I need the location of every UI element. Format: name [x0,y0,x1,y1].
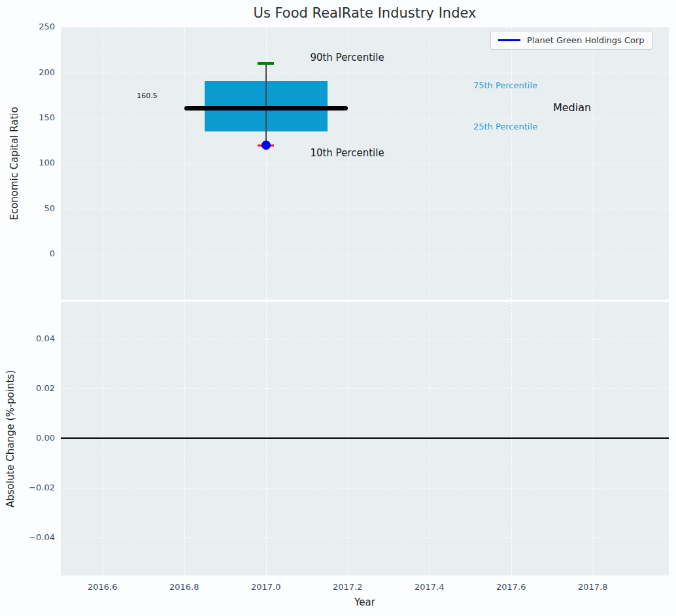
median-value-label: 160.5 [137,92,158,100]
legend-entry-label: Planet Green Holdings Corp [527,35,645,45]
gridline-vertical [348,302,348,575]
label-median: Median [553,101,591,114]
y-tick-label: 250 [0,21,55,33]
label-90th-percentile: 90th Percentile [310,52,384,63]
gridline-vertical [184,302,185,575]
x-tick-label: 2017.0 [251,582,281,592]
gridline-horizontal [61,538,669,538]
y-tick-label: 200 [0,67,55,78]
chart-title: Us Food RealRate Industry Index [254,5,477,21]
boxplot-90th-cap [258,62,274,65]
gridline-horizontal [61,339,669,339]
gridline-vertical [511,302,512,575]
y-tick-label: 50 [0,203,55,214]
gridline-horizontal [61,73,669,73]
boxplot-whisker-line [265,63,267,146]
gridline-horizontal [61,254,669,254]
y-tick-label: −0.04 [0,532,55,543]
y-tick-label: 100 [0,157,55,169]
label-25th-percentile: 25th Percentile [473,122,537,131]
gridline-vertical [593,302,594,575]
y-tick-label: 0.02 [0,383,55,394]
top-plot-area [61,27,669,299]
y-tick-label: 150 [0,112,55,124]
gridline-vertical [430,302,430,575]
gridline-horizontal [61,209,669,209]
boxplot-median-line [184,106,348,111]
bottom-plot-area [61,302,669,575]
y-tick-label: −0.02 [0,482,55,494]
company-point-marker [262,141,271,150]
y-tick-label: 0.04 [0,333,55,345]
gridline-horizontal [61,163,669,163]
figure: Us Food RealRate Industry Index 160.5 90… [0,0,676,616]
x-tick-label: 2017.4 [414,582,445,592]
gridline-vertical [103,302,103,575]
label-75th-percentile: 75th Percentile [473,80,537,90]
gridline-horizontal [61,388,669,389]
gridline-horizontal [61,488,669,488]
legend-line-sample [498,39,520,41]
gridline-vertical [266,302,267,575]
gridline-horizontal [61,118,669,118]
label-10th-percentile: 10th Percentile [310,147,384,159]
legend: Planet Green Holdings Corp [490,31,652,50]
x-axis-label: Year [354,596,375,608]
x-tick-label: 2017.8 [578,582,608,592]
y-tick-label: 0 [0,248,55,260]
x-tick-label: 2016.8 [169,582,199,592]
y-tick-label: 0.00 [0,432,55,444]
x-tick-label: 2017.2 [333,582,363,592]
gridline-horizontal [61,27,669,27]
x-tick-label: 2016.6 [88,582,118,592]
x-tick-label: 2017.6 [496,582,526,592]
zero-reference-line [61,437,669,439]
